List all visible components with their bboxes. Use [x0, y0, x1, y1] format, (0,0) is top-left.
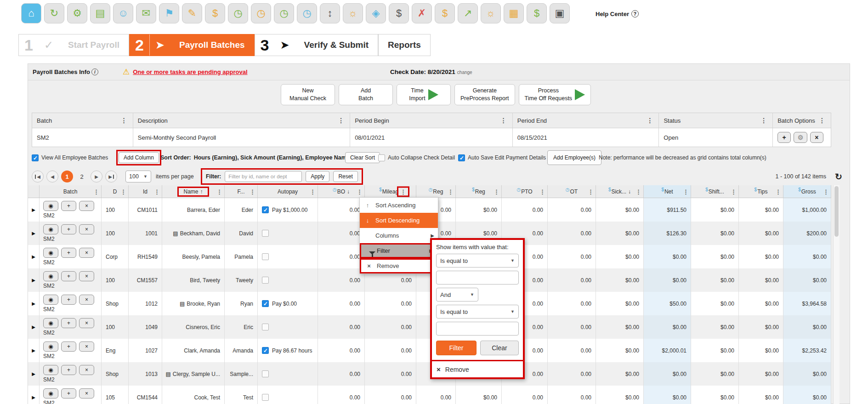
batch-delete-icon[interactable]: ×	[810, 132, 823, 143]
grid-header-menu-icon-batch[interactable]: ⋮	[92, 188, 101, 195]
view-check-icon[interactable]: ◉	[43, 271, 58, 281]
autopay-checkbox[interactable]	[262, 347, 269, 354]
employee-idea-icon[interactable]: ☼	[343, 3, 363, 23]
filter-operator2-select[interactable]: Is equal to ▼	[436, 305, 519, 319]
tab-verify-submit[interactable]: 3 ➤ Verify & Submit	[255, 34, 378, 56]
grid-header-menu-icon-bo[interactable]: ⋮	[355, 188, 364, 195]
auto-save-edit-payment-details-checkbox[interactable]	[458, 154, 465, 161]
expand-row-icon[interactable]: ▶	[32, 231, 35, 236]
batch-settings-icon[interactable]: ⚙	[794, 132, 807, 143]
generate-preprocess-report-button[interactable]: GeneratePreProcess Report	[454, 84, 515, 105]
first-page-button[interactable]: ◀	[32, 171, 44, 182]
document-edit-icon[interactable]: ✎	[182, 3, 202, 23]
benefits-enroll-icon[interactable]: ▦	[504, 3, 524, 23]
process-time-off-requests-button[interactable]: ProcessTime Off Requests	[519, 84, 591, 105]
gift-icon[interactable]: ▣	[550, 3, 570, 23]
filter-reset-button[interactable]: Reset	[333, 171, 357, 182]
batch-header-menu-icon[interactable]: ⋮	[760, 117, 768, 124]
clear-sort-button[interactable]: Clear Sort	[345, 152, 380, 163]
delete-check-icon[interactable]: ×	[79, 295, 94, 305]
garnishment-icon[interactable]: $	[435, 3, 455, 23]
delete-check-icon[interactable]: ×	[79, 365, 94, 375]
time-approval-icon[interactable]: ◷	[228, 3, 248, 23]
delete-check-icon[interactable]: ×	[79, 318, 94, 328]
auto-collapse-check-detail-checkbox[interactable]	[378, 154, 385, 161]
menu-item-columns[interactable]: Columns▶	[360, 228, 438, 243]
add-column-button[interactable]: Add Column	[119, 152, 159, 163]
delete-check-icon[interactable]: ×	[79, 388, 94, 398]
filter-operator1-select[interactable]: Is equal to ▼	[436, 254, 519, 267]
refresh-icon[interactable]: ↻	[835, 171, 842, 182]
employee-termination-icon[interactable]: ✗	[412, 3, 432, 23]
page-size-select[interactable]: 100 ▼	[125, 171, 151, 182]
autopay-checkbox[interactable]	[262, 277, 269, 284]
benefits-shield-icon[interactable]: ◈	[366, 3, 386, 23]
view-all-employee-batches-checkbox[interactable]	[32, 154, 39, 161]
batch-add-icon[interactable]: +	[777, 132, 791, 143]
expand-row-icon[interactable]: ▶	[32, 348, 35, 353]
popup-filter-button[interactable]: Filter	[436, 341, 477, 355]
expand-row-icon[interactable]: ▶	[32, 254, 35, 259]
grid-header-menu-icon-name[interactable]: ⋮	[215, 188, 224, 195]
expand-row-icon[interactable]: ▶	[32, 324, 35, 330]
filter-apply-button[interactable]: Apply	[306, 171, 329, 182]
expand-row-icon[interactable]: ▶	[32, 278, 35, 283]
autopay-checkbox[interactable]	[262, 324, 269, 330]
employee-settings-icon[interactable]: ⚙	[67, 3, 87, 23]
delete-check-icon[interactable]: ×	[79, 271, 94, 281]
next-page-button[interactable]: ▶	[91, 171, 102, 182]
pay-schedule-icon[interactable]: ◷	[251, 3, 271, 23]
scrollbar-thumb[interactable]	[834, 186, 839, 237]
org-chart-icon[interactable]: ⚑	[159, 3, 179, 23]
menu-item-sort-ascending[interactable]: ↑Sort Ascending	[360, 198, 438, 213]
menu-item-sort-descending[interactable]: ↓Sort Descending	[360, 213, 438, 228]
grid-header-menu-icon-regh[interactable]: ⋮	[446, 188, 455, 195]
delete-check-icon[interactable]: ×	[79, 201, 94, 211]
batch-header-menu-icon[interactable]: ⋮	[499, 117, 508, 124]
previous-page-button[interactable]: ◀	[46, 171, 58, 182]
employee-search-icon[interactable]: ☺	[113, 3, 133, 23]
view-check-icon[interactable]: ◉	[43, 201, 58, 211]
grid-header-menu-icon-net[interactable]: ⋮	[681, 188, 690, 195]
add-check-icon[interactable]: +	[61, 248, 76, 258]
training-icon[interactable]: ☼	[481, 3, 501, 23]
view-check-icon[interactable]: ◉	[43, 224, 58, 234]
batch-header-menu-icon[interactable]: ⋮	[646, 117, 654, 124]
autopay-checkbox[interactable]	[262, 300, 269, 307]
grid-header-menu-icon-first[interactable]: ⋮	[248, 188, 257, 195]
pending-approval-warning-link[interactable]: One or more tasks are pending approval	[133, 68, 247, 75]
performance-icon[interactable]: ↗	[458, 3, 478, 23]
add-check-icon[interactable]: +	[61, 201, 76, 211]
menu-item-remove[interactable]: ×Remove	[360, 258, 438, 273]
batch-header-menu-icon[interactable]: ⋮	[818, 117, 826, 124]
help-center-link[interactable]: Help Center ?	[596, 10, 639, 17]
grid-vertical-scrollbar[interactable]	[833, 185, 840, 404]
pay-check-icon[interactable]: $	[389, 3, 409, 23]
page-2-button[interactable]: 2	[76, 171, 88, 182]
time-team-icon[interactable]: ◷	[297, 3, 317, 23]
popup-clear-button[interactable]: Clear	[480, 341, 519, 355]
autopay-checkbox[interactable]	[262, 230, 269, 237]
expand-row-icon[interactable]: ▶	[32, 371, 35, 376]
filter-value1-input[interactable]	[436, 271, 519, 285]
expand-row-icon[interactable]: ▶	[32, 207, 35, 212]
add-check-icon[interactable]: +	[61, 295, 76, 305]
grid-filter-input[interactable]	[225, 171, 302, 182]
autopay-checkbox[interactable]	[262, 394, 269, 401]
grid-header-menu-icon-id[interactable]: ⋮	[153, 188, 161, 195]
grid-header-menu-icon-regamt[interactable]: ⋮	[492, 188, 501, 195]
batch-header-menu-icon[interactable]: ⋮	[120, 117, 128, 124]
popup-remove-item[interactable]: × Remove	[432, 360, 523, 377]
menu-item-filter[interactable]: Filter▶	[360, 243, 438, 258]
filter-logic-select[interactable]: And ▼	[436, 288, 478, 302]
time-review-icon[interactable]: ◷	[274, 3, 294, 23]
expand-row-icon[interactable]: ▶	[32, 301, 35, 306]
grid-header-menu-icon-dept[interactable]: ⋮	[119, 188, 128, 195]
page-1-button[interactable]: 1	[61, 171, 73, 182]
money-bag-icon[interactable]: $	[205, 3, 225, 23]
view-check-icon[interactable]: ◉	[43, 248, 58, 258]
tab-payroll-batches[interactable]: 2 ➤ Payroll Batches	[129, 34, 255, 56]
add-check-icon[interactable]: +	[61, 341, 76, 352]
add-check-icon[interactable]: +	[61, 365, 76, 375]
view-check-icon[interactable]: ◉	[43, 365, 58, 375]
